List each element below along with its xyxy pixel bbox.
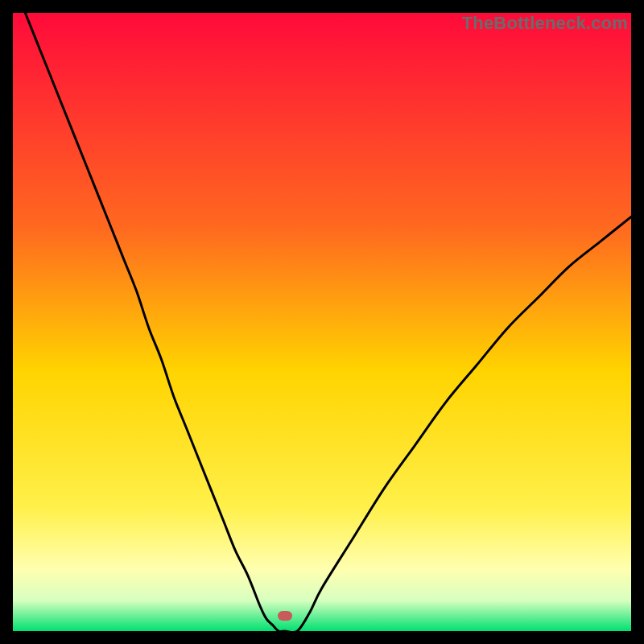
watermark-text: TheBottleneck.com [462,13,628,34]
optimal-marker [278,611,292,621]
chart-frame: TheBottleneck.com [13,13,631,631]
bottleneck-chart [13,13,631,631]
gradient-background [13,13,631,631]
